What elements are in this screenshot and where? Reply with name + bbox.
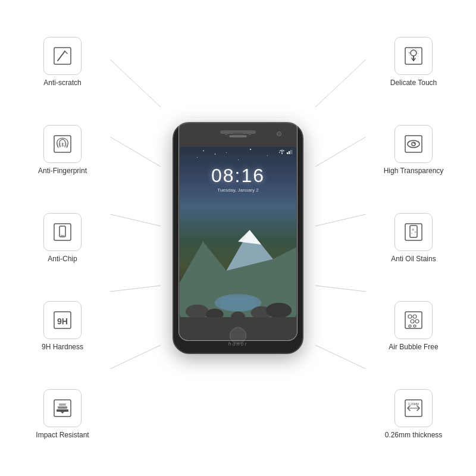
phone-brand: honor (174, 341, 302, 347)
svg-rect-48 (410, 226, 417, 237)
phone-wrapper: 08:16 Tuesday, January 2 (173, 122, 303, 354)
bubble-icon (403, 309, 424, 331)
feature-oil-stains: Anti Oil Stains (391, 213, 436, 263)
oil-stains-label: Anti Oil Stains (391, 255, 436, 263)
svg-rect-36 (287, 152, 288, 154)
svg-point-57 (409, 325, 411, 327)
svg-marker-28 (238, 230, 261, 244)
svg-rect-24 (59, 403, 66, 406)
svg-point-56 (415, 320, 419, 323)
features-right: Delicate Touch High Transparency (363, 0, 464, 476)
transparency-label: High Transparency (384, 167, 444, 175)
oil-icon (403, 221, 424, 243)
chip-icon (52, 221, 73, 243)
svg-rect-30 (221, 297, 256, 309)
svg-point-54 (413, 315, 416, 318)
main-container: Anti-scratch Anti-Fingerprint (0, 0, 476, 476)
touch-icon (403, 45, 424, 67)
svg-point-58 (414, 325, 416, 327)
svg-line-1 (110, 137, 161, 167)
svg-line-4 (110, 345, 161, 369)
phone-camera (277, 131, 281, 136)
svg-line-8 (315, 286, 366, 292)
front-sensors (225, 132, 251, 135)
9h-box: 9H (43, 301, 82, 339)
phone-speaker (229, 135, 247, 137)
svg-point-51 (411, 233, 412, 234)
feature-anti-fingerprint: Anti-Fingerprint (38, 125, 87, 175)
oil-stains-box (394, 213, 433, 251)
scratch-icon (52, 45, 73, 67)
anti-chip-label: Anti-Chip (48, 255, 77, 263)
wifi-icon (278, 149, 286, 154)
delicate-touch-box (394, 37, 433, 75)
svg-rect-10 (54, 48, 71, 64)
delicate-touch-label: Delicate Touch (390, 79, 437, 87)
svg-point-44 (408, 140, 419, 148)
features-left: Anti-scratch Anti-Fingerprint (12, 0, 113, 476)
svg-line-5 (315, 60, 366, 107)
sensor (248, 132, 251, 135)
svg-marker-25 (61, 412, 64, 414)
phone-date: Tuesday, January 2 (180, 187, 296, 193)
transparency-icon (403, 133, 424, 155)
anti-scratch-label: Anti-scratch (43, 79, 81, 87)
feature-bubble: Air Bubble Free (389, 301, 438, 351)
svg-text:0.26MM: 0.26MM (408, 402, 419, 406)
svg-rect-22 (57, 409, 68, 412)
impact-box (43, 389, 82, 427)
anti-fingerprint-box (43, 125, 82, 163)
thickness-label: 0.26mm thickness (385, 431, 443, 439)
svg-line-6 (315, 137, 366, 167)
signal-icon (287, 149, 293, 154)
svg-point-46 (414, 143, 415, 144)
svg-point-34 (266, 303, 292, 317)
svg-rect-47 (405, 224, 422, 240)
bubble-label: Air Bubble Free (389, 343, 438, 351)
svg-rect-37 (289, 151, 290, 154)
earpiece (233, 133, 243, 134)
feature-delicate-touch: Delicate Touch (390, 37, 437, 87)
phone-screen: 08:16 Tuesday, January 2 (180, 147, 296, 317)
9h-icon: 9H (52, 309, 73, 331)
svg-point-41 (411, 50, 416, 56)
svg-line-0 (110, 60, 161, 107)
svg-rect-38 (290, 150, 292, 154)
svg-point-45 (412, 142, 415, 146)
svg-point-53 (408, 315, 412, 318)
impact-icon (52, 397, 73, 419)
svg-rect-23 (58, 406, 67, 409)
anti-fingerprint-label: Anti-Fingerprint (38, 167, 87, 175)
feature-anti-chip: Anti-Chip (43, 213, 82, 263)
feature-thickness: 0.26MM 0.26mm thickness (385, 389, 443, 439)
bubble-box (394, 301, 433, 339)
feature-transparency: High Transparency (384, 125, 444, 175)
status-bar (278, 149, 293, 154)
svg-rect-39 (292, 149, 293, 154)
9h-label: 9H Hardness (42, 343, 83, 351)
svg-line-3 (110, 286, 161, 292)
anti-chip-box (43, 213, 82, 251)
svg-point-50 (415, 231, 416, 233)
phone: 08:16 Tuesday, January 2 (173, 122, 303, 354)
svg-line-11 (58, 51, 65, 61)
phone-time: 08:16 (180, 165, 296, 187)
svg-point-55 (411, 320, 414, 323)
impact-label: Impact Resistant (36, 431, 89, 439)
feature-9h: 9H 9H Hardness (42, 301, 83, 351)
thickness-icon: 0.26MM (403, 397, 424, 419)
front-camera (225, 132, 228, 135)
feature-impact: Impact Resistant (36, 389, 89, 439)
transparency-box (394, 125, 433, 163)
svg-rect-17 (60, 226, 65, 237)
feature-anti-scratch: Anti-scratch (43, 37, 82, 87)
svg-text:9H: 9H (57, 317, 68, 326)
svg-line-7 (315, 214, 366, 226)
svg-line-2 (110, 214, 161, 226)
mountain-svg (180, 212, 296, 317)
anti-scratch-box (43, 37, 82, 75)
fingerprint-icon (52, 133, 73, 155)
svg-line-12 (65, 51, 67, 54)
thickness-box: 0.26MM (394, 389, 433, 427)
svg-point-49 (412, 228, 414, 231)
